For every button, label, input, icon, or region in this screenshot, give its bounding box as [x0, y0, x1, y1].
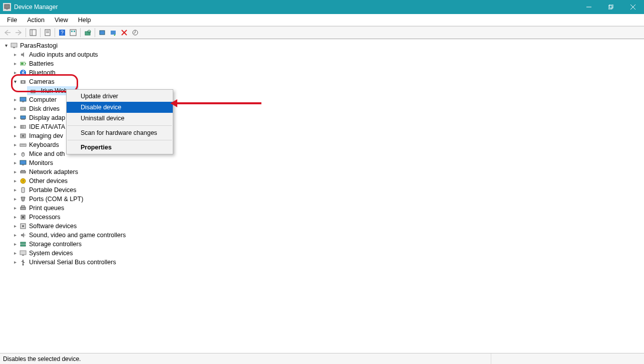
system-icon — [19, 249, 27, 257]
tree-category-processors[interactable]: ▸ Processors — [12, 213, 641, 222]
svg-rect-52 — [22, 170, 23, 171]
toolbar-separator — [26, 28, 26, 37]
svg-point-37 — [24, 108, 25, 109]
svg-point-62 — [22, 225, 24, 227]
view-button[interactable] — [68, 28, 79, 38]
tree-label: Iriun Web — [41, 87, 67, 94]
collapse-arrow-icon[interactable]: ▸ — [12, 140, 18, 149]
tree-category-usb[interactable]: ▸ Universal Serial Bus controllers — [12, 258, 641, 267]
collapse-arrow-icon[interactable]: ▸ — [12, 240, 18, 249]
menu-file[interactable]: File — [2, 16, 22, 25]
audio-icon — [19, 51, 27, 59]
maximize-button[interactable] — [600, 0, 622, 14]
svg-rect-15 — [71, 31, 73, 32]
svg-rect-16 — [74, 31, 75, 32]
tree-label: Ports (COM & LPT) — [29, 195, 83, 204]
collapse-arrow-icon[interactable]: ▸ — [12, 167, 18, 176]
tree-category-ports[interactable]: ▸ Ports (COM & LPT) — [12, 195, 641, 204]
collapse-arrow-icon[interactable]: ▸ — [12, 122, 18, 131]
svg-rect-35 — [22, 101, 24, 102]
camera-icon — [19, 78, 27, 86]
svg-rect-3 — [608, 6, 612, 9]
tree-label: IDE ATA/ATA — [29, 122, 65, 131]
add-legacy-hardware-button[interactable] — [130, 28, 141, 38]
ctx-properties[interactable]: Properties — [67, 142, 173, 153]
collapse-arrow-icon[interactable]: ▸ — [12, 95, 18, 104]
printer-icon — [19, 204, 27, 212]
menubar: File Action View Help — [0, 14, 644, 26]
collapse-arrow-icon[interactable]: ▸ — [12, 195, 18, 204]
minimize-button[interactable] — [578, 0, 600, 14]
svg-point-31 — [22, 81, 24, 83]
collapse-arrow-icon[interactable]: ▸ — [12, 176, 18, 186]
camera-icon — [29, 87, 37, 95]
storage-icon — [19, 240, 27, 248]
tree-category-storage[interactable]: ▸ Storage controllers — [12, 240, 641, 249]
properties-button[interactable] — [42, 28, 53, 38]
tree-category-printq[interactable]: ▸ Print queues — [12, 204, 641, 213]
tree-category-cameras[interactable]: ▾ Cameras — [12, 77, 641, 86]
expand-arrow-icon[interactable]: ▾ — [3, 41, 9, 50]
update-driver-button[interactable] — [97, 28, 108, 38]
svg-rect-39 — [21, 119, 25, 120]
collapse-arrow-icon[interactable]: ▸ — [12, 50, 18, 59]
tree-label: Software devices — [29, 222, 77, 231]
collapse-arrow-icon[interactable]: ▸ — [12, 186, 18, 195]
svg-point-33 — [32, 90, 34, 92]
tree-category-system[interactable]: ▸ System devices — [12, 249, 641, 258]
scan-hardware-button[interactable] — [82, 28, 93, 38]
computer-icon — [19, 96, 27, 104]
uninstall-device-button[interactable] — [119, 28, 130, 38]
ctx-scan-hardware[interactable]: Scan for hardware changes — [67, 127, 173, 138]
collapse-arrow-icon[interactable]: ▸ — [12, 113, 18, 122]
app-icon — [3, 3, 11, 11]
collapse-arrow-icon[interactable]: ▸ — [12, 204, 18, 213]
tree-category-monitors[interactable]: ▸ Monitors — [12, 158, 641, 167]
collapse-arrow-icon[interactable]: ▸ — [12, 149, 18, 158]
tree-category-other[interactable]: ▸ ? Other devices — [12, 176, 641, 186]
disable-device-button[interactable] — [108, 28, 119, 38]
collapse-arrow-icon[interactable]: ▸ — [12, 249, 18, 258]
collapse-arrow-icon[interactable]: ▸ — [12, 258, 18, 267]
close-button[interactable] — [622, 0, 644, 14]
collapse-arrow-icon[interactable]: ▸ — [12, 59, 18, 68]
tree-category-batteries[interactable]: ▸ Batteries — [12, 59, 641, 68]
window-title: Device Manager — [14, 4, 58, 11]
software-icon — [19, 222, 27, 230]
forward-button[interactable] — [13, 28, 24, 38]
tree-category-network[interactable]: ▸ Network adapters — [12, 167, 641, 176]
menu-view[interactable]: View — [50, 16, 73, 25]
tree-label: Universal Serial Bus controllers — [29, 258, 116, 267]
collapse-arrow-icon[interactable]: ▸ — [12, 222, 18, 231]
collapse-arrow-icon[interactable]: ▸ — [12, 68, 18, 77]
back-button[interactable] — [2, 28, 13, 38]
show-hide-tree-button[interactable] — [28, 28, 39, 38]
expand-arrow-icon[interactable]: ▾ — [12, 77, 18, 86]
portable-icon — [19, 186, 27, 194]
menu-action[interactable]: Action — [22, 16, 50, 25]
svg-rect-25 — [13, 47, 15, 48]
help-button[interactable]: ? — [57, 28, 68, 38]
tree-category-software[interactable]: ▸ Software devices — [12, 222, 641, 231]
tree-category-bluetooth[interactable]: ▸ Bluetooth — [12, 68, 641, 77]
tree-root[interactable]: ▾ ParasRastogi — [3, 41, 641, 50]
ctx-uninstall-device[interactable]: Uninstall device — [67, 113, 173, 124]
collapse-arrow-icon[interactable]: ▸ — [12, 231, 18, 240]
tree-category-sound[interactable]: ▸ Sound, video and game controllers — [12, 231, 641, 240]
monitor-icon — [19, 159, 27, 167]
svg-text:?: ? — [22, 179, 25, 184]
svg-rect-56 — [22, 188, 25, 193]
menu-help[interactable]: Help — [73, 16, 96, 25]
collapse-arrow-icon[interactable]: ▸ — [12, 104, 18, 113]
titlebar: Device Manager — [0, 0, 644, 14]
svg-rect-7 — [30, 30, 36, 36]
ctx-disable-device[interactable]: Disable device — [67, 102, 173, 113]
svg-rect-66 — [22, 255, 24, 256]
tree-category-portable[interactable]: ▸ Portable Devices — [12, 186, 641, 195]
collapse-arrow-icon[interactable]: ▸ — [12, 131, 18, 140]
svg-rect-19 — [100, 31, 105, 35]
collapse-arrow-icon[interactable]: ▸ — [12, 158, 18, 167]
ctx-update-driver[interactable]: Update driver — [67, 91, 173, 102]
tree-category-audio[interactable]: ▸ Audio inputs and outputs — [12, 50, 641, 59]
collapse-arrow-icon[interactable]: ▸ — [12, 213, 18, 222]
